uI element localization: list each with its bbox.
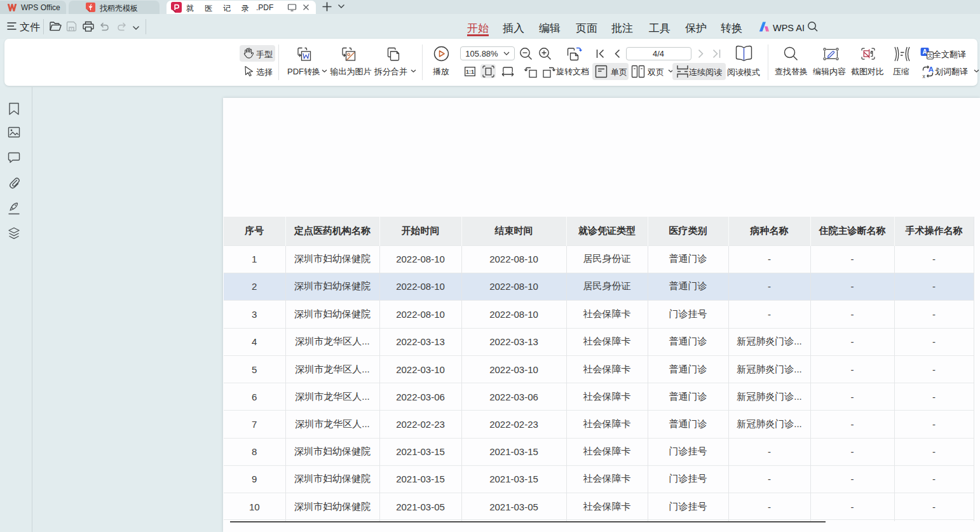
svg-text:x: x	[922, 73, 925, 79]
svg-text:文: 文	[927, 52, 933, 58]
svg-text:1:1: 1:1	[466, 69, 474, 75]
svg-text:A: A	[929, 65, 934, 73]
svg-text:A: A	[922, 48, 927, 55]
